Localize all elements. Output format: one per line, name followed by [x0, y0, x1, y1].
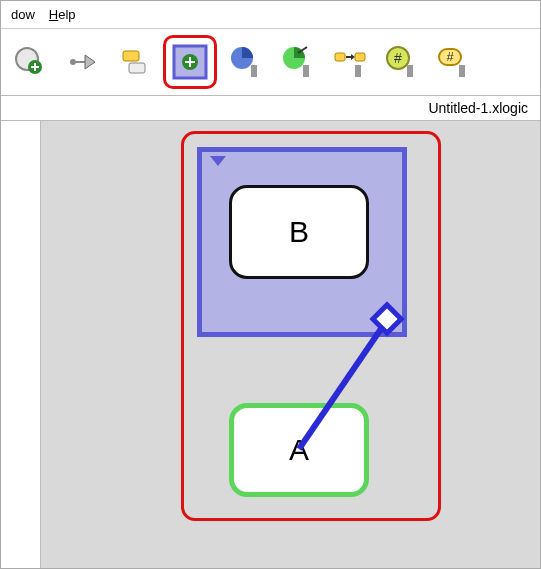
svg-rect-6: [123, 51, 139, 61]
file-tab-bar: Untitled-1.xlogic: [1, 96, 540, 121]
menu-help[interactable]: Help: [49, 7, 76, 22]
page-edge: [1, 121, 41, 569]
tb-add-set[interactable]: [167, 39, 213, 85]
tb-hash-yellow[interactable]: #: [431, 39, 477, 85]
svg-rect-16: [335, 53, 345, 61]
tb-add-circle[interactable]: [7, 39, 53, 85]
svg-text:#: #: [394, 50, 402, 66]
tb-transform[interactable]: [327, 39, 373, 85]
collapse-icon[interactable]: [210, 156, 226, 166]
svg-rect-21: [407, 65, 413, 77]
svg-text:#: #: [446, 49, 454, 64]
canvas[interactable]: B A: [1, 121, 540, 569]
file-tab[interactable]: Untitled-1.xlogic: [428, 100, 528, 116]
svg-rect-7: [129, 63, 145, 73]
tb-window-stack[interactable]: [111, 39, 157, 85]
svg-rect-18: [355, 65, 361, 77]
tb-pie-split[interactable]: [275, 39, 321, 85]
svg-rect-15: [303, 65, 309, 77]
node-b[interactable]: B: [229, 185, 369, 279]
tb-hash-green[interactable]: #: [379, 39, 425, 85]
toolbar: # #: [1, 29, 540, 96]
node-a[interactable]: A: [229, 403, 369, 497]
svg-rect-17: [355, 53, 365, 61]
svg-rect-13: [251, 65, 257, 77]
tb-pie[interactable]: [223, 39, 269, 85]
menu-bar: dow Help: [1, 1, 540, 29]
node-a-label: A: [289, 433, 309, 467]
tb-connector[interactable]: [59, 39, 105, 85]
highlight-toolbar: [163, 35, 217, 89]
svg-point-4: [70, 59, 76, 65]
svg-rect-24: [459, 65, 465, 77]
menu-window[interactable]: dow: [11, 7, 35, 22]
node-b-label: B: [289, 215, 309, 249]
